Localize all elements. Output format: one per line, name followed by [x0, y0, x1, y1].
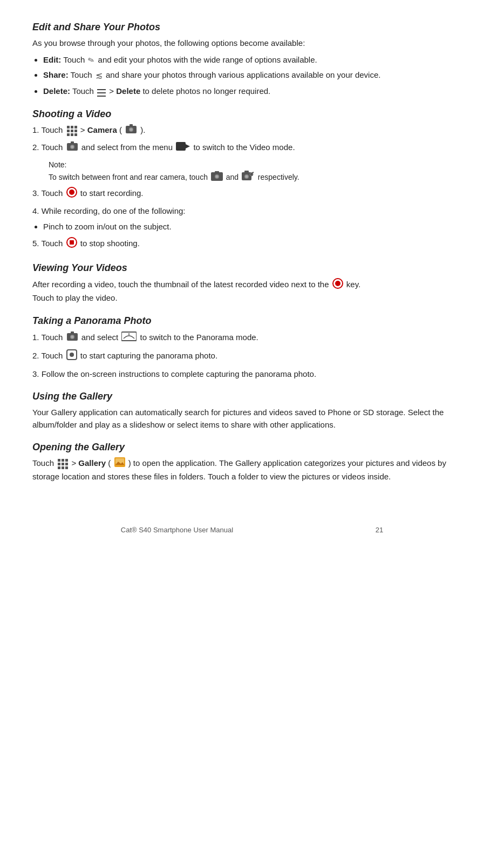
step-5: 5. Touch to stop shooting.	[32, 237, 472, 252]
heading-shooting-video: Shooting a Video	[32, 109, 472, 120]
share-label: Share: Touch	[43, 70, 94, 79]
note-rest: respectively.	[258, 172, 299, 181]
svg-point-45	[70, 353, 74, 357]
step-1-text: 1. Touch	[32, 125, 65, 134]
list-item: Share: Touch ≲ and share your photos thr…	[43, 69, 472, 82]
svg-rect-27	[244, 171, 249, 173]
step-4-text: 4. While recording, do one of the follow…	[32, 206, 186, 215]
heading-edit-share: Edit and Share Your Photos	[32, 22, 472, 33]
rear-cam-icon	[242, 171, 255, 185]
note-and: and	[226, 172, 241, 181]
svg-rect-9	[67, 133, 70, 136]
svg-rect-17	[71, 141, 74, 144]
edit-rest: and edit your photos with the wide range…	[98, 55, 317, 64]
step-2-rest2: to switch to the Video mode.	[193, 143, 295, 152]
grid-icon-2	[57, 458, 68, 469]
stop-icon	[66, 237, 77, 252]
svg-rect-54	[65, 466, 68, 469]
camera-icon-1	[125, 124, 137, 138]
svg-rect-47	[62, 459, 64, 462]
svg-rect-46	[58, 459, 60, 462]
pano-step-2-text: 2. Touch	[32, 351, 65, 360]
heading-viewing-videos: Viewing Your Videos	[32, 262, 472, 274]
grid-icon	[66, 125, 77, 136]
step-3: 3. Touch to start recording.	[32, 187, 472, 201]
list-item: Pinch to zoom in/out on the subject.	[43, 221, 472, 233]
step-4: 4. While recording, do one of the follow…	[32, 205, 472, 233]
page-footer: Cat® S40 Smartphone User Manual 21	[32, 526, 472, 534]
pano-step-2-rest: to start capturing the panorama photo.	[80, 351, 217, 360]
step-1: 1. Touch > Camera ( ).	[32, 124, 472, 138]
menu-icon	[97, 88, 106, 96]
svg-rect-0	[97, 89, 106, 90]
panorama-icon	[121, 331, 137, 346]
heading-panorama: Taking a Panorama Photo	[32, 315, 472, 327]
svg-rect-51	[65, 463, 68, 465]
svg-rect-1	[97, 92, 106, 93]
pano-step-3-text: 3. Follow the on-screen instructions to …	[32, 369, 316, 378]
svg-rect-2	[97, 96, 106, 97]
svg-rect-10	[71, 133, 73, 136]
section-using-gallery: Using the Gallery Your Gallery applicati…	[32, 391, 472, 431]
share-rest: and share your photos through various ap…	[106, 70, 381, 79]
opening-touch: Touch	[32, 458, 56, 468]
note-label: Note:	[49, 160, 66, 169]
svg-rect-48	[65, 459, 68, 462]
step-4-bullets: Pinch to zoom in/out on the subject.	[43, 221, 472, 233]
pano-step-2: 2. Touch to start capturing the panorama…	[32, 349, 472, 364]
camera-icon-3	[66, 331, 78, 345]
svg-rect-52	[58, 466, 60, 469]
svg-point-41	[71, 335, 73, 338]
viewing-videos-text: After recording a video, touch the thumb…	[32, 278, 472, 304]
pano-step-1: 1. Touch and select to switch to the Pan…	[32, 331, 472, 346]
svg-rect-8	[74, 130, 77, 132]
page-number: 21	[376, 526, 383, 534]
note-block: Note: To switch between front and rear c…	[49, 159, 472, 185]
using-gallery-text: Your Gallery application can automatical…	[32, 407, 472, 431]
step-2-rest: and select from the menu	[81, 143, 175, 152]
step-5-rest: to stop shooting.	[80, 239, 140, 248]
section-panorama: Taking a Panorama Photo 1. Touch and sel…	[32, 315, 472, 381]
pano-step-1-rest: and select	[81, 333, 121, 342]
svg-rect-25	[215, 171, 219, 173]
svg-rect-3	[67, 126, 70, 128]
intro-text: As you browse through your photos, the f…	[32, 37, 472, 50]
record-icon	[66, 187, 77, 201]
section-opening-gallery: Opening the Gallery Touch > Gallery ( ) …	[32, 442, 472, 483]
step-1-paren: ).	[140, 125, 145, 134]
edit-label: Edit: Touch	[43, 55, 87, 64]
opening-bold: > Gallery (	[71, 458, 111, 468]
svg-point-15	[130, 128, 133, 131]
record-icon-2	[332, 278, 343, 293]
list-item: Edit: Touch ✎ and edit your photos with …	[43, 54, 472, 66]
section-shooting-video: Shooting a Video 1. Touch > Camera ( ). …	[32, 109, 472, 252]
svg-point-37	[335, 281, 340, 286]
svg-marker-21	[186, 144, 190, 148]
svg-rect-50	[62, 463, 64, 465]
step-2: 2. Touch and select from the menu to swi…	[32, 141, 472, 155]
svg-line-31	[251, 172, 254, 173]
list-item: Delete: Touch > Delete to delete photos …	[43, 85, 472, 98]
step-3-text: 3. Touch	[32, 188, 65, 198]
delete-rest: > Delete to delete photos no longer requ…	[109, 86, 270, 96]
step-1-bold: > Camera (	[80, 125, 122, 134]
front-cam-icon	[211, 171, 223, 184]
section-viewing-videos: Viewing Your Videos After recording a vi…	[32, 262, 472, 304]
svg-rect-11	[74, 133, 77, 136]
pano-step-1-text: 1. Touch	[32, 333, 65, 342]
svg-point-33	[69, 189, 74, 195]
svg-rect-53	[62, 466, 64, 469]
video-mode-icon	[176, 142, 190, 154]
svg-rect-7	[71, 130, 73, 132]
step-2-text: 2. Touch	[32, 143, 65, 152]
svg-rect-5	[74, 126, 77, 128]
heading-using-gallery: Using the Gallery	[32, 391, 472, 402]
opening-gallery-text: Touch > Gallery ( ) to open the applicat…	[32, 457, 472, 483]
svg-rect-35	[70, 240, 74, 245]
svg-rect-49	[58, 463, 60, 465]
pano-start-icon	[66, 349, 77, 364]
svg-rect-6	[67, 130, 70, 132]
heading-opening-gallery: Opening the Gallery	[32, 442, 472, 453]
edit-share-bullets: Edit: Touch ✎ and edit your photos with …	[43, 54, 472, 98]
page-content: Edit and Share Your Photos As you browse…	[32, 22, 472, 483]
